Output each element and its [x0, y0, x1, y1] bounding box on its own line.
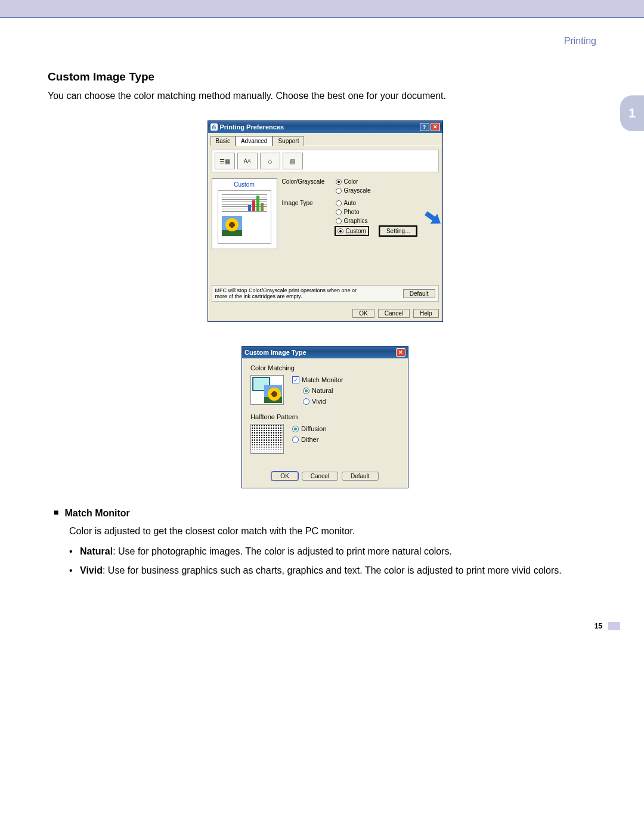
- cancel-button[interactable]: Cancel: [378, 309, 410, 318]
- color-grayscale-label: Color/Grayscale: [282, 178, 336, 194]
- tab-basic[interactable]: Basic: [210, 136, 236, 146]
- radio-vivid[interactable]: Vivid: [303, 398, 343, 405]
- bullet-dot-icon: •: [69, 563, 75, 578]
- match-monitor-desc: Color is adjusted to get the closest col…: [69, 524, 602, 538]
- tab-support[interactable]: Support: [273, 136, 304, 146]
- advanced-toolbar: ☰▦ AA ◇ ▤: [212, 150, 439, 172]
- custom-image-type-dialog: Custom Image Type ✕ Color Matching ✓Matc…: [242, 346, 408, 488]
- natural-item: Natural: Use for photographic images. Th…: [80, 544, 452, 559]
- preview-pane: Custom: [212, 178, 277, 249]
- page-number: 15: [595, 622, 602, 630]
- color-matching-label: Color Matching: [250, 364, 400, 371]
- radio-dither[interactable]: Dither: [292, 436, 327, 443]
- section-title: Custom Image Type: [48, 70, 602, 83]
- help-icon[interactable]: ?: [420, 123, 429, 131]
- setting-button[interactable]: Setting...: [380, 227, 416, 236]
- radio-grayscale[interactable]: Grayscale: [336, 187, 439, 194]
- halftone-preview-icon: [250, 424, 284, 454]
- watermark-icon[interactable]: ◇: [260, 153, 280, 169]
- radio-diffusion[interactable]: Diffusion: [292, 425, 327, 432]
- ok-button[interactable]: OK: [352, 309, 374, 318]
- page-number-accent: [608, 622, 620, 630]
- halftone-label: Halftone Pattern: [250, 413, 400, 420]
- monitor-preview-icon: [250, 375, 284, 405]
- radio-auto[interactable]: Auto: [336, 200, 439, 206]
- dialog1-title: Printing Preferences: [220, 123, 284, 131]
- vivid-item: Vivid: Use for business graphics such as…: [80, 563, 562, 578]
- default-button[interactable]: Default: [403, 289, 435, 298]
- close-icon[interactable]: ✕: [396, 348, 405, 357]
- radio-color[interactable]: Color: [336, 178, 439, 185]
- cartridge-note: MFC will stop Color/Grayscale print oper…: [215, 287, 370, 299]
- page-header-band: [0, 0, 644, 18]
- square-bullet-icon: ■: [54, 506, 58, 521]
- radio-natural[interactable]: Natural: [303, 387, 343, 394]
- device-options-icon[interactable]: ▤: [283, 153, 303, 169]
- tab-strip: Basic Advanced Support: [208, 133, 442, 146]
- image-type-label: Image Type: [282, 200, 336, 236]
- running-header: Printing: [48, 36, 596, 47]
- cancel-button[interactable]: Cancel: [302, 472, 338, 481]
- font-scaling-icon[interactable]: AA: [237, 153, 258, 169]
- ok-button[interactable]: OK: [271, 472, 298, 481]
- preview-label: Custom: [215, 181, 274, 188]
- tab-advanced[interactable]: Advanced: [236, 136, 273, 146]
- radio-custom[interactable]: Custom: [336, 227, 368, 235]
- color-settings-icon[interactable]: ☰▦: [215, 153, 235, 169]
- dialog2-title: Custom Image Type: [244, 349, 306, 356]
- close-icon[interactable]: ✕: [431, 123, 440, 131]
- chapter-tab: 1: [620, 95, 644, 131]
- checkbox-match-monitor[interactable]: ✓Match Monitor: [292, 376, 343, 383]
- printer-icon: ⎙: [210, 123, 218, 131]
- dialog1-titlebar: ⎙ Printing Preferences ? ✕: [208, 121, 442, 133]
- default-button[interactable]: Default: [342, 472, 379, 481]
- section-intro: You can choose the color matching method…: [48, 89, 602, 103]
- help-button[interactable]: Help: [413, 309, 439, 318]
- printing-preferences-dialog: ⎙ Printing Preferences ? ✕ Basic Advance…: [208, 120, 443, 322]
- sunflower-icon: [222, 216, 242, 236]
- match-monitor-heading: Match Monitor: [64, 506, 129, 521]
- bullet-dot-icon: •: [69, 544, 75, 559]
